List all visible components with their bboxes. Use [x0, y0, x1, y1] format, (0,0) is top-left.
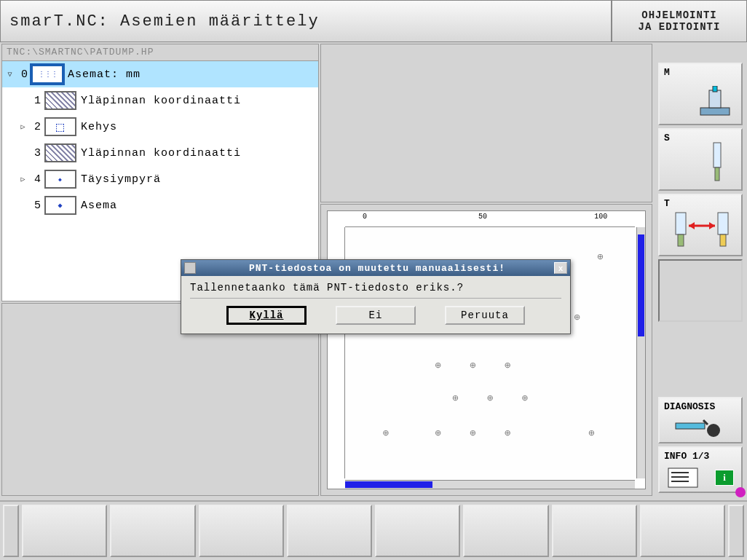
mode-line1: OHJELMOINTI	[641, 9, 716, 21]
softkey-7[interactable]	[552, 505, 637, 557]
tree-row-num: 0	[15, 68, 28, 81]
ruler-horizontal: 0 50 100	[345, 211, 635, 227]
tree-row-num: 2	[28, 121, 42, 133]
page-title: smarT.NC: Asemien määrittely	[0, 0, 612, 42]
machine-icon	[695, 86, 735, 119]
tool-change-icon	[671, 210, 737, 251]
dialog-message: Tallennetaanko tämä PNT-tiedosto eriks.?	[190, 282, 561, 299]
plot-point	[432, 428, 443, 438]
tree-row[interactable]: 3Yläpinnan koordinaatti	[2, 140, 318, 166]
cancel-button[interactable]: Peruuta	[445, 306, 525, 325]
softkey-1[interactable]	[22, 505, 107, 557]
corner-status-icon	[735, 487, 746, 497]
softkey-next[interactable]	[728, 505, 744, 557]
svg-marker-10	[689, 222, 695, 229]
plot-point	[586, 428, 596, 438]
tree-row-label: Yläpinnan koordinaatti	[81, 147, 241, 159]
file-path: TNC:\SMARTNC\PATDUMP.HP	[1, 44, 319, 61]
svg-marker-11	[709, 222, 715, 229]
softkey-3[interactable]	[199, 505, 284, 557]
svg-rect-1	[709, 90, 721, 108]
plot-point	[467, 428, 478, 438]
svg-rect-7	[718, 213, 728, 234]
softkey-6[interactable]	[463, 505, 548, 557]
tree-row-num: 4	[28, 173, 42, 186]
sidebar-empty	[658, 259, 743, 322]
tree-row-num: 3	[28, 147, 42, 159]
tree-row-label: Asema	[81, 200, 117, 212]
svg-rect-5	[676, 213, 686, 234]
no-button[interactable]: Ei	[336, 306, 416, 325]
form-panel	[320, 44, 652, 202]
tree-row[interactable]: 5Asema	[2, 192, 318, 218]
plot-point	[520, 393, 530, 403]
tree-row-icon	[44, 196, 76, 215]
dialog-title-text: PNT-tiedostoa on muutettu manuaalisesti!	[200, 263, 554, 274]
tree-row[interactable]: 1Yläpinnan koordinaatti	[2, 87, 318, 114]
svg-rect-12	[676, 423, 705, 429]
svg-rect-4	[715, 167, 719, 181]
svg-rect-8	[720, 234, 726, 246]
scrollbar-horizontal[interactable]	[345, 480, 635, 489]
diagnosis-icon	[674, 417, 725, 439]
tree-row-label: Yläpinnan koordinaatti	[81, 95, 241, 107]
mode-line2: JA EDITOINTI	[639, 21, 721, 33]
softkey-prev[interactable]	[3, 505, 19, 557]
tree-row-num: 5	[28, 200, 42, 212]
expand-icon[interactable]: ▷	[18, 122, 28, 131]
tree-row-label: Täysiympyrä	[81, 173, 161, 186]
sidebar-diagnosis-button[interactable]: DIAGNOSIS	[658, 397, 743, 443]
svg-rect-6	[678, 234, 684, 246]
dialog-icon	[184, 262, 196, 274]
sidebar-t-button[interactable]: T	[658, 194, 743, 256]
softkey-5[interactable]	[375, 505, 460, 557]
tree-row-icon	[44, 170, 76, 189]
sidebar-s-button[interactable]: S	[658, 128, 743, 191]
plot-point	[502, 428, 513, 438]
sidebar: M S T	[654, 42, 747, 497]
document-icon	[667, 467, 699, 489]
tree-row-num: 1	[28, 95, 42, 107]
softkey-4[interactable]	[287, 505, 372, 557]
svg-rect-3	[714, 143, 721, 167]
tree-row-label: Kehys	[81, 121, 117, 133]
yes-button[interactable]: Kyllä	[226, 306, 307, 325]
spindle-icon	[706, 141, 728, 185]
sidebar-info-button[interactable]: INFO 1/3 i	[658, 446, 743, 493]
tree-row-icon	[31, 65, 63, 84]
softkey-8[interactable]	[640, 505, 725, 557]
tree-row-icon	[44, 117, 76, 136]
dialog-titlebar[interactable]: PNT-tiedostoa on muutettu manuaalisesti!…	[181, 260, 570, 276]
softkey-2[interactable]	[110, 505, 195, 557]
tree-row-icon	[44, 143, 76, 162]
plot-point	[467, 360, 478, 371]
plot-point	[572, 312, 582, 323]
save-dialog: PNT-tiedostoa on muutettu manuaalisesti!…	[181, 259, 571, 334]
tree-row[interactable]: ▽0Asemat: mm	[2, 61, 318, 87]
plot-point	[432, 360, 443, 371]
expand-icon[interactable]: ▽	[5, 70, 15, 79]
sidebar-m-button[interactable]: M	[658, 63, 743, 125]
plot-point	[485, 393, 495, 403]
plot-point	[381, 428, 391, 438]
scrollbar-vertical[interactable]	[636, 227, 645, 478]
info-badge-icon: i	[715, 470, 734, 486]
expand-icon[interactable]: ▷	[18, 175, 28, 184]
svg-rect-2	[713, 86, 717, 92]
preview-panel: 0 50 100	[320, 204, 652, 496]
tree-row-icon	[44, 91, 76, 110]
close-icon[interactable]: x	[554, 262, 567, 274]
tree-row-label: Asemat: mm	[68, 68, 141, 81]
plot-point	[450, 393, 460, 403]
tree-row[interactable]: ▷2Kehys	[2, 114, 318, 140]
tree-row[interactable]: ▷4Täysiympyrä	[2, 166, 318, 192]
softkey-bar	[0, 500, 747, 560]
mode-label: OHJELMOINTI JA EDITOINTI	[612, 0, 747, 42]
svg-point-13	[707, 424, 720, 437]
plot-point	[595, 252, 605, 262]
svg-rect-0	[700, 108, 730, 115]
plot-point	[502, 360, 513, 371]
